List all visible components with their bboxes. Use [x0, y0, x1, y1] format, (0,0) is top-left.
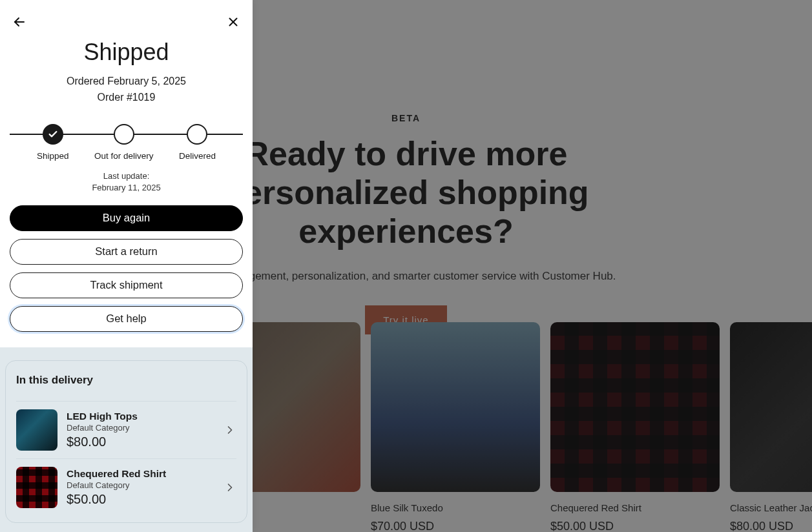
delivery-item[interactable]: Chequered Red Shirt Default Category $50…: [16, 458, 236, 516]
step-shipped: Shipped: [37, 124, 69, 161]
item-info: LED High Tops Default Category $80.00: [67, 411, 214, 449]
step-circle-done: [43, 124, 63, 145]
step-circle: [114, 124, 134, 145]
chevron-right-icon: [224, 481, 236, 494]
item-thumbnail: [16, 409, 57, 451]
item-category: Default Category: [67, 480, 214, 490]
item-price: $80.00: [67, 435, 214, 449]
delivery-item[interactable]: LED High Tops Default Category $80.00: [16, 401, 236, 458]
step-circle: [187, 124, 207, 145]
step-label: Shipped: [37, 151, 69, 161]
close-icon: [226, 15, 240, 29]
check-icon: [48, 129, 58, 139]
back-button[interactable]: [10, 13, 28, 31]
arrow-left-icon: [12, 14, 27, 30]
panel-title: Shipped: [0, 39, 253, 66]
delivery-heading: In this delivery: [16, 374, 236, 387]
item-name: LED High Tops: [67, 411, 214, 422]
ordered-date: Ordered February 5, 2025: [0, 74, 253, 90]
item-thumbnail: [16, 467, 57, 508]
delivery-section: In this delivery LED High Tops Default C…: [0, 347, 253, 532]
step-label: Out for delivery: [94, 151, 154, 161]
chevron-right-icon: [224, 424, 236, 436]
item-price: $50.00: [67, 492, 214, 507]
step-out-for-delivery: Out for delivery: [94, 124, 154, 161]
track-shipment-button[interactable]: Track shipment: [10, 272, 243, 298]
step-label: Delivered: [179, 151, 216, 161]
item-name: Chequered Red Shirt: [67, 468, 214, 480]
delivery-card: In this delivery LED High Tops Default C…: [5, 360, 247, 523]
last-update: Last update: February 11, 2025: [0, 170, 253, 194]
start-return-button[interactable]: Start a return: [10, 239, 243, 265]
order-status-panel: Shipped Ordered February 5, 2025 Order #…: [0, 0, 253, 532]
order-id: Order #1019: [0, 90, 253, 106]
item-category: Default Category: [67, 423, 214, 433]
buy-again-button[interactable]: Buy again: [10, 205, 243, 231]
close-button[interactable]: [224, 13, 242, 31]
step-delivered: Delivered: [179, 124, 216, 161]
panel-header: [0, 0, 253, 35]
last-update-date: February 11, 2025: [0, 182, 253, 194]
action-buttons: Buy again Start a return Track shipment …: [0, 194, 253, 346]
order-meta: Ordered February 5, 2025 Order #1019: [0, 74, 253, 106]
item-info: Chequered Red Shirt Default Category $50…: [67, 468, 214, 507]
get-help-button[interactable]: Get help: [10, 306, 243, 332]
last-update-label: Last update:: [0, 170, 253, 182]
shipping-stepper: Shipped Out for delivery Delivered: [10, 124, 243, 158]
